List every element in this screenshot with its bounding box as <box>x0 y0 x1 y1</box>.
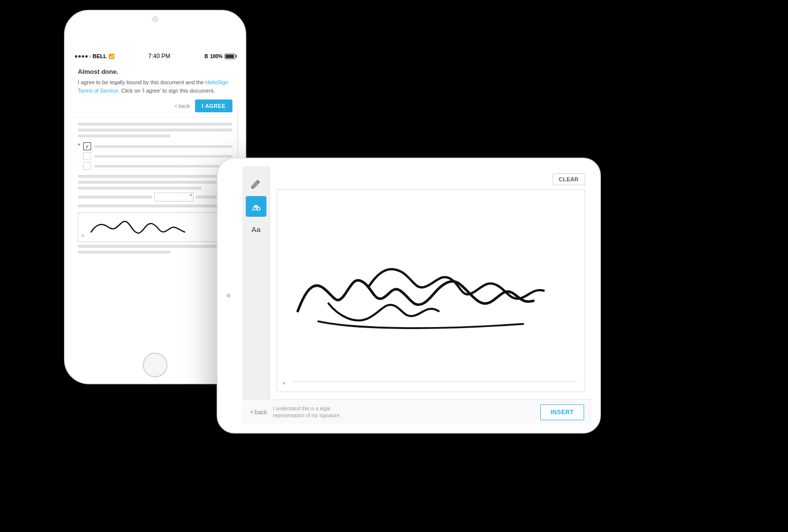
checkbox-list: ✓ <box>83 142 232 170</box>
doc-line-7 <box>78 204 232 207</box>
phone-signature-svg <box>78 215 232 239</box>
checkbox-line-2 <box>94 155 232 158</box>
checkbox-section: * ✓ <box>78 142 232 170</box>
insert-button[interactable]: INSERT <box>540 404 584 420</box>
canvas-header: CLEAR <box>277 173 585 185</box>
text-tool-label: Aa <box>251 225 261 233</box>
signal-dot-5 <box>89 55 91 58</box>
phone-power-button <box>245 60 246 80</box>
checkbox-line-3 <box>94 165 232 167</box>
checkbox-line-1 <box>94 145 232 148</box>
agreement-text: I agree to be legally bound by this docu… <box>78 78 232 95</box>
wifi-icon: 📶 <box>108 54 114 59</box>
draw-tool-icon <box>251 201 262 212</box>
footer-back-link[interactable]: < back <box>250 409 267 416</box>
battery-percent: 100% <box>210 54 223 59</box>
phone-screen: BELL 📶 7:40 PM B 100% Almost done. <box>71 50 239 344</box>
tablet-signature-svg <box>277 190 585 392</box>
tablet-toolbar: Aa <box>242 166 270 399</box>
tablet-canvas-area: CLEAR × <box>270 166 592 399</box>
signature-lines <box>78 245 232 254</box>
doc-line-3 <box>78 134 170 137</box>
tablet-screen: Aa CLEAR <box>242 166 592 425</box>
signature-box[interactable]: × <box>78 212 232 242</box>
carrier-label: BELL <box>93 53 107 59</box>
doc-line-4 <box>78 175 232 178</box>
phone-volume-down-button <box>64 92 65 107</box>
required-star: * <box>78 142 80 170</box>
footer-legal-text: I understand this is a legalrepresentati… <box>273 405 534 419</box>
status-left: BELL 📶 <box>75 53 114 59</box>
clear-button[interactable]: CLEAR <box>553 173 585 185</box>
doc-line-6 <box>78 187 201 190</box>
clock: 7:40 PM <box>148 53 170 60</box>
phone-home-button[interactable] <box>143 353 167 377</box>
checkbox-1[interactable]: ✓ <box>83 142 91 150</box>
signature-section: × <box>78 212 232 254</box>
back-label: back <box>178 103 190 109</box>
battery-fill <box>226 55 234 58</box>
tablet-frame: Aa CLEAR <box>217 158 601 433</box>
canvas-x-marker: × <box>282 379 286 387</box>
checkbox-item-2[interactable] <box>83 152 232 160</box>
signal-dot-4 <box>85 55 88 58</box>
pen-tool-button[interactable] <box>246 173 266 194</box>
phone-camera <box>152 16 159 23</box>
signal-strength <box>75 55 91 58</box>
document-content: * ✓ <box>71 118 239 264</box>
bluetooth-icon: B <box>204 54 208 59</box>
status-right: B 100% <box>204 54 235 59</box>
checkbox-item-1[interactable]: ✓ <box>83 142 232 150</box>
signal-dot-3 <box>82 55 84 58</box>
doc-line-2 <box>78 129 232 132</box>
svg-point-2 <box>257 207 260 210</box>
footer-back-label: back <box>255 409 267 416</box>
sig-line-1 <box>78 245 232 248</box>
tablet-device: Aa CLEAR <box>217 158 601 433</box>
agreement-text-part1: I agree to be legally bound by this docu… <box>78 79 205 85</box>
tablet-camera <box>227 294 230 298</box>
status-bar: BELL 📶 7:40 PM B 100% <box>71 50 239 62</box>
doc-line-1 <box>78 123 232 126</box>
phone-volume-up-button <box>64 70 65 85</box>
input-line-left <box>78 196 152 199</box>
text-input-field[interactable] <box>154 193 194 201</box>
tablet-footer: < back I understand this is a legalrepre… <box>242 399 592 425</box>
checkbox-2[interactable] <box>83 152 91 160</box>
canvas-baseline <box>292 381 577 382</box>
agree-actions: < back I AGREE <box>78 100 232 112</box>
pen-tool-icon <box>251 178 262 189</box>
text-tool-button[interactable]: Aa <box>246 219 266 239</box>
tablet-main-area: Aa CLEAR <box>242 166 592 399</box>
sig-line-2 <box>78 251 170 254</box>
draw-tool-button[interactable] <box>246 196 266 217</box>
back-link[interactable]: < back <box>174 103 190 109</box>
agreement-text-part2: . Click on 'I agree' to sign this docume… <box>118 88 215 94</box>
checkbox-item-3[interactable] <box>83 162 232 170</box>
back-chevron-icon: < <box>174 103 177 109</box>
i-agree-button[interactable]: I AGREE <box>195 100 232 112</box>
input-row <box>78 193 232 201</box>
signal-dot-1 <box>75 55 77 58</box>
signature-canvas[interactable]: × <box>277 189 585 392</box>
signature-x-marker: × <box>81 233 84 238</box>
agreement-section: Almost done. I agree to be legally bound… <box>71 62 239 118</box>
signal-dot-2 <box>78 55 81 58</box>
checkbox-3[interactable] <box>83 162 91 170</box>
footer-back-chevron-icon: < <box>250 409 254 416</box>
battery-icon <box>225 54 235 59</box>
doc-line-5 <box>78 181 232 184</box>
agreement-title: Almost done. <box>78 68 232 75</box>
